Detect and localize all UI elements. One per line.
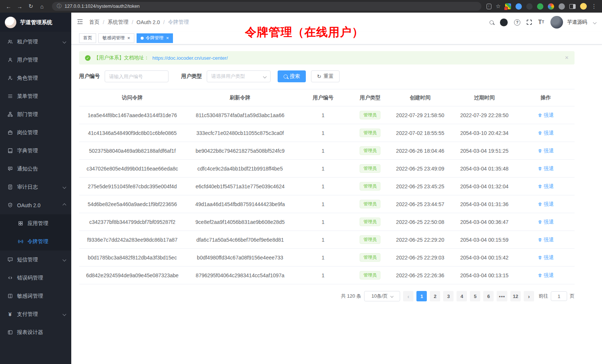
tab-sensitive-word[interactable]: 敏感词管理 × — [98, 33, 134, 43]
more-pages-button[interactable]: ••• — [497, 291, 507, 301]
tab-home[interactable]: 首页 — [79, 33, 96, 43]
chevron-down-icon — [63, 258, 66, 262]
sidebar-item-token-management[interactable]: 令牌管理 — [0, 232, 71, 251]
extension-blue-icon[interactable] — [516, 3, 522, 10]
audit-log-icon — [7, 184, 13, 190]
forward-button[interactable]: → — [15, 1, 24, 11]
user-avatar[interactable] — [550, 16, 563, 29]
url-bar[interactable]: ⓘ 127.0.0.1:1024/system/oauth2/token — [52, 2, 481, 11]
annotation-text: 令牌管理（在线用户） — [245, 24, 364, 40]
user-type-badge: 管理员 — [360, 271, 380, 279]
collapse-sidebar-button[interactable] — [76, 18, 84, 27]
table-row: 54d6be82ee5a460a9aedc1f9bf223656 49d1aa4… — [79, 195, 575, 213]
error-code-icon — [7, 275, 13, 281]
browser-menu-icon[interactable]: ⋮ — [591, 3, 597, 10]
reload-button[interactable]: ↻ — [26, 1, 36, 11]
table-row: 41c41346a548490f9dc8b01c6bfe0865 333ecfc… — [79, 124, 575, 142]
col-user-type: 用户类型 — [351, 89, 389, 106]
breadcrumb-current: 令牌管理 — [168, 19, 189, 26]
page-button-3[interactable]: 3 — [443, 291, 454, 301]
sidebar-item-sensitive-word[interactable]: 敏感词管理 — [0, 287, 71, 305]
sidebar-item-audit-log[interactable]: 审计日志 — [0, 178, 71, 196]
token-table: 访问令牌 刷新令牌 用户编号 用户类型 创建时间 过期时间 操作 1ea5e44… — [79, 89, 575, 284]
extension-dark-icon[interactable] — [526, 3, 533, 10]
logo-avatar — [5, 17, 16, 28]
page-size-select[interactable]: 10条/页 — [364, 291, 400, 301]
github-icon[interactable] — [500, 19, 508, 26]
notice-bubble-icon — [7, 166, 13, 172]
chevron-down-icon — [63, 312, 66, 316]
extension-colorful-icon[interactable] — [548, 3, 554, 10]
table-row: f9336e7c7dd242a283ee98dc86b17a87 dfa6c71… — [79, 231, 575, 249]
sidebar-item-pay[interactable]: ¥ 支付管理 — [0, 305, 71, 323]
sidebar-item-report-designer[interactable]: 报表设计器 — [0, 323, 71, 341]
page-button-1[interactable]: 1 — [416, 291, 427, 301]
close-icon[interactable]: × — [166, 35, 169, 41]
tab-token-management[interactable]: 令牌管理 × — [137, 33, 173, 43]
force-logout-button[interactable]: 强退 — [538, 201, 554, 208]
table-row: c347026e805e4d99b0d116eae66eda8c cdfc4ce… — [79, 160, 575, 178]
breadcrumb-system[interactable]: 系统管理 — [108, 19, 128, 26]
extension-pixel-icon[interactable] — [505, 3, 511, 9]
force-logout-button[interactable]: 强退 — [538, 112, 554, 119]
sidebar-item-error-code[interactable]: 错误码管理 — [0, 269, 71, 287]
force-logout-button[interactable]: 强退 — [538, 165, 554, 172]
close-icon[interactable]: × — [127, 35, 130, 41]
bookmark-star-icon[interactable]: ☆ — [496, 3, 501, 10]
alert-close-icon[interactable]: × — [565, 54, 569, 62]
back-button[interactable]: ← — [4, 1, 13, 11]
role-icon — [7, 75, 13, 81]
force-logout-button[interactable]: 强退 — [538, 254, 554, 261]
page-button-6[interactable]: 6 — [483, 291, 494, 301]
user-type-badge: 管理员 — [360, 235, 380, 244]
browser-chrome: ← → ↻ ⌂ ⓘ 127.0.0.1:1024/system/oauth2/t… — [0, 0, 602, 13]
font-size-icon[interactable]: TT — [538, 19, 544, 25]
app-logo[interactable]: 芋道管理系统 — [0, 13, 71, 32]
side-panel-icon[interactable] — [569, 4, 576, 9]
sidebar: 芋道管理系统 租户管理 用户管理 角色管理 菜单管理 部门管理 岗位管理 — [0, 13, 71, 364]
search-button[interactable]: 搜索 — [278, 70, 306, 82]
breadcrumb-home[interactable]: 首页 — [89, 19, 99, 26]
sidebar-item-menu[interactable]: 菜单管理 — [0, 87, 71, 105]
sidebar-item-tenant[interactable]: 租户管理 — [0, 33, 71, 51]
user-menu-caret-icon[interactable] — [593, 20, 597, 24]
force-logout-button[interactable]: 强退 — [538, 272, 554, 279]
prev-page-button[interactable]: ‹ — [403, 291, 413, 301]
sidebar-item-app-management[interactable]: 应用管理 — [0, 214, 71, 232]
search-icon[interactable] — [490, 20, 494, 24]
browser-profile-avatar[interactable] — [580, 3, 587, 10]
sidebar-item-department[interactable]: 部门管理 — [0, 105, 71, 123]
goto-page-input[interactable] — [551, 291, 567, 301]
extension-green-icon[interactable] — [537, 3, 543, 10]
force-logout-button[interactable]: 强退 — [538, 236, 554, 243]
user-id-input[interactable] — [105, 70, 169, 82]
sidebar-item-user[interactable]: 用户管理 — [0, 51, 71, 69]
page-button-2[interactable]: 2 — [430, 291, 440, 301]
sidebar-item-post[interactable]: 岗位管理 — [0, 123, 71, 142]
help-icon[interactable]: ? — [514, 19, 520, 26]
site-info-icon[interactable]: ⓘ — [57, 3, 62, 10]
sidebar-item-sms[interactable]: 短信管理 — [0, 251, 71, 269]
page-button-5[interactable]: 5 — [470, 291, 480, 301]
extension-paw-icon[interactable] — [559, 3, 565, 10]
reset-button[interactable]: ↻ 重置 — [311, 70, 340, 82]
breadcrumb-oauth[interactable]: OAuth 2.0 — [137, 19, 160, 25]
next-page-button[interactable]: › — [524, 291, 534, 301]
sidebar-item-role[interactable]: 角色管理 — [0, 69, 71, 87]
user-type-badge: 管理员 — [360, 218, 380, 226]
page-button-4[interactable]: 4 — [457, 291, 467, 301]
user-name[interactable]: 芋道源码 — [567, 19, 587, 26]
fullscreen-icon[interactable] — [527, 20, 532, 25]
force-logout-button[interactable]: 强退 — [538, 219, 554, 225]
force-logout-button[interactable]: 强退 — [538, 130, 554, 136]
doc-link[interactable]: https://doc.iocoder.cn/user-center/ — [153, 55, 228, 61]
sidebar-item-notice[interactable]: 通知公告 — [0, 160, 71, 178]
force-logout-button[interactable]: 强退 — [538, 148, 554, 154]
page-button-12[interactable]: 12 — [510, 291, 521, 301]
force-logout-button[interactable]: 强退 — [538, 183, 554, 190]
home-button[interactable]: ⌂ — [37, 1, 47, 11]
user-type-select[interactable]: 请选择用户类型 — [207, 70, 271, 82]
share-icon[interactable]: ↑ — [487, 4, 491, 9]
sidebar-item-oauth[interactable]: OAuth 2.0 — [0, 196, 71, 214]
sidebar-item-dict[interactable]: 字典管理 — [0, 142, 71, 160]
